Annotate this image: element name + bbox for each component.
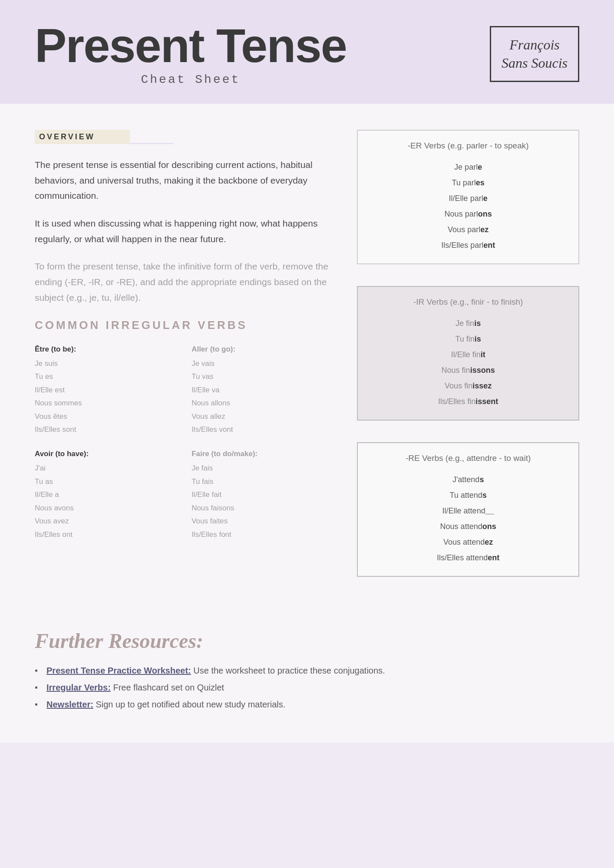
conj-item: Ils/Elles attendent <box>371 550 565 566</box>
overview-label: OVERVIEW <box>35 130 130 144</box>
conj-item: Vous parlez <box>371 222 565 237</box>
resources-title: Further Resources: <box>35 629 579 653</box>
verb-group-etre: Être (to be): Je suis Tu es Il/Elle est … <box>35 345 174 437</box>
overview-paragraph3: To form the present tense, take the infi… <box>35 259 331 305</box>
verbs-grid: Être (to be): Je suis Tu es Il/Elle est … <box>35 345 331 555</box>
conj-item: Il/Elle attend__ <box>371 503 565 519</box>
header-left: Present Tense Cheat Sheet <box>35 22 347 86</box>
er-verbs-title: -ER Verbs (e.g. parler - to speak) <box>371 141 565 151</box>
avoir-title: Avoir (to have): <box>35 450 174 458</box>
resource-item-3: Newsletter: Sign up to get notified abou… <box>35 700 579 710</box>
ir-verbs-title: -IR Verbs (e.g., finir - to finish) <box>371 297 565 307</box>
page-subtitle: Cheat Sheet <box>35 73 347 86</box>
re-verbs-box: -RE Verbs (e.g., attendre - to wait) J'a… <box>357 442 579 577</box>
page-title: Present Tense <box>35 22 347 69</box>
ir-verbs-list: Je finis Tu finis Il/Elle finit Nous fin… <box>371 316 565 409</box>
etre-title: Être (to be): <box>35 345 174 354</box>
page: Present Tense Cheat Sheet François Sans … <box>0 0 614 868</box>
conj-item: Ils/Elles parlent <box>371 237 565 253</box>
resource-item-2: Irregular Verbs: Free flashcard set on Q… <box>35 683 579 693</box>
aller-forms: Je vais Tu vas Il/Elle va Nous allons Vo… <box>191 357 331 437</box>
er-verbs-box: -ER Verbs (e.g. parler - to speak) Je pa… <box>357 130 579 264</box>
logo-box: François Sans Soucis <box>490 26 579 82</box>
conj-item: Ils/Elles finissent <box>371 394 565 409</box>
verb-group-avoir: Avoir (to have): J'ai Tu as Il/Elle a No… <box>35 450 174 542</box>
re-verbs-list: J'attends Tu attends Il/Elle attend__ No… <box>371 472 565 566</box>
resource-text-1: Use the worksheet to practice these conj… <box>191 666 385 675</box>
conj-item: Tu attends <box>371 487 565 503</box>
conj-item: Nous attendons <box>371 519 565 534</box>
verb-group-faire: Faire (to do/make): Je fais Tu fais Il/E… <box>191 450 331 542</box>
overview-section: OVERVIEW The present tense is essential … <box>35 130 331 306</box>
resource-text-2: Free flashcard set on Quizlet <box>111 683 224 692</box>
conj-item: Il/Elle parle <box>371 191 565 206</box>
overview-paragraph2: It is used when discussing what is happe… <box>35 216 331 247</box>
faire-forms: Je fais Tu fais Il/Elle fait Nous faison… <box>191 462 331 542</box>
ir-verbs-box: -IR Verbs (e.g., finir - to finish) Je f… <box>357 286 579 421</box>
conj-item: Tu finis <box>371 331 565 347</box>
re-verbs-title: -RE Verbs (e.g., attendre - to wait) <box>371 454 565 463</box>
resource-text-3: Sign up to get notified about new study … <box>93 700 286 709</box>
faire-title: Faire (to do/make): <box>191 450 331 458</box>
header: Present Tense Cheat Sheet François Sans … <box>0 0 614 104</box>
conj-item: Tu parles <box>371 175 565 191</box>
conj-item: Vous finissez <box>371 378 565 394</box>
left-column: OVERVIEW The present tense is essential … <box>35 130 331 585</box>
irregular-title: COMMON IRREGULAR VERBS <box>35 319 331 332</box>
conj-item: Je parle <box>371 159 565 175</box>
etre-forms: Je suis Tu es Il/Elle est Nous sommes Vo… <box>35 357 174 437</box>
resource-item-1: Present Tense Practice Worksheet: Use th… <box>35 666 579 676</box>
resource-link-1[interactable]: Present Tense Practice Worksheet: <box>46 666 191 675</box>
irregular-verbs-section: COMMON IRREGULAR VERBS Être (to be): Je … <box>35 319 331 555</box>
avoir-forms: J'ai Tu as Il/Elle a Nous avons Vous ave… <box>35 462 174 542</box>
logo-text: François Sans Soucis <box>502 36 568 72</box>
verb-group-aller: Aller (to go): Je vais Tu vas Il/Elle va… <box>191 345 331 437</box>
conj-item: Il/Elle finit <box>371 347 565 362</box>
overview-paragraph1: The present tense is essential for descr… <box>35 157 331 204</box>
conj-item: J'attends <box>371 472 565 487</box>
resources-list: Present Tense Practice Worksheet: Use th… <box>35 666 579 710</box>
right-column: -ER Verbs (e.g. parler - to speak) Je pa… <box>357 130 579 585</box>
main-content: OVERVIEW The present tense is essential … <box>0 104 614 612</box>
resources-section: Further Resources: Present Tense Practic… <box>0 612 614 743</box>
aller-title: Aller (to go): <box>191 345 331 354</box>
resource-link-3[interactable]: Newsletter: <box>46 700 93 709</box>
conj-item: Je finis <box>371 316 565 331</box>
conj-item: Nous parlons <box>371 206 565 222</box>
conj-item: Nous finissons <box>371 362 565 378</box>
resource-link-2[interactable]: Irregular Verbs: <box>46 683 111 692</box>
conj-item: Vous attendez <box>371 534 565 550</box>
er-verbs-list: Je parle Tu parles Il/Elle parle Nous pa… <box>371 159 565 253</box>
